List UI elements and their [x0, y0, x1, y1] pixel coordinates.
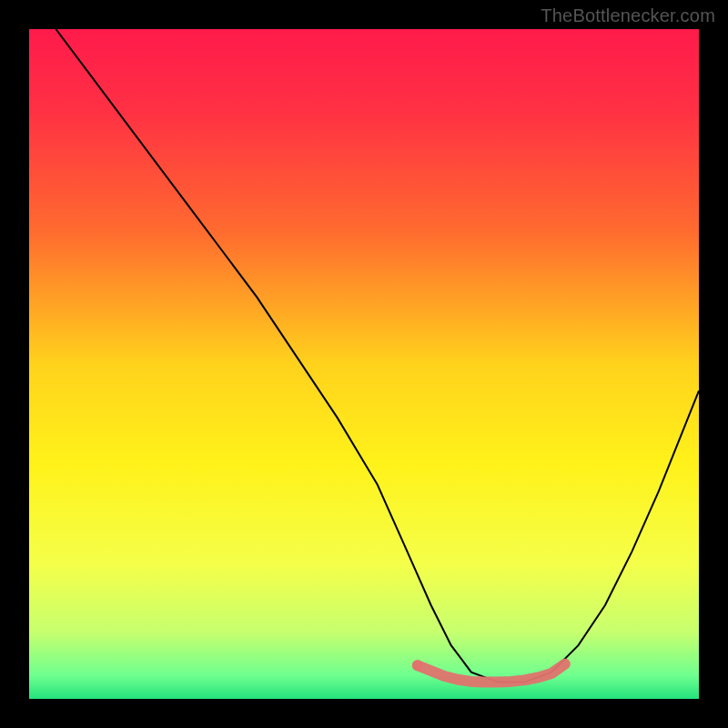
gradient-background [29, 29, 699, 699]
chart-frame: TheBottlenecker.com [0, 0, 728, 728]
bottleneck-chart [0, 0, 728, 728]
svg-point-1 [412, 660, 423, 671]
watermark-text: TheBottlenecker.com [541, 5, 715, 26]
